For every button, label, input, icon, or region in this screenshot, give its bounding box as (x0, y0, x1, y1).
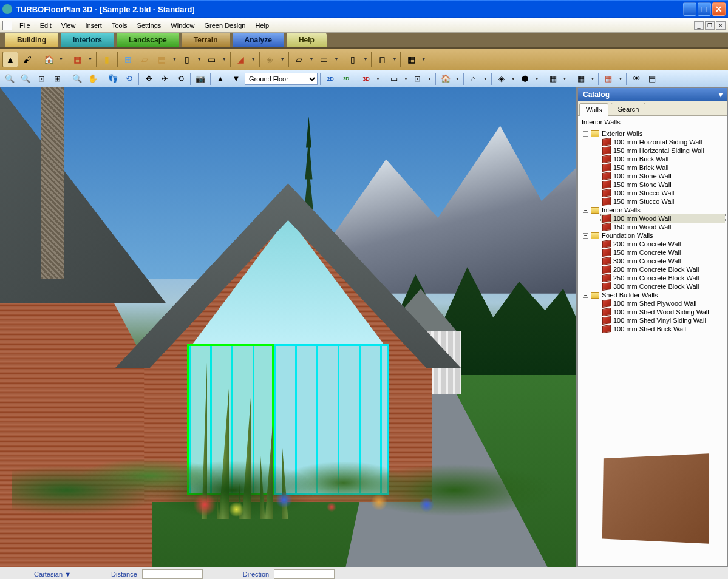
menu-settings[interactable]: Settings (132, 21, 166, 30)
dropdown-arrow[interactable]: ▼ (391, 57, 398, 61)
floor-up[interactable]: ▲ (213, 72, 228, 86)
ribbon-tab-landscape[interactable]: Landscape (117, 33, 179, 47)
tree-item[interactable]: 150 mm Horizontal Siding Wall (601, 146, 725, 155)
grid-toggle[interactable]: ▦ (574, 72, 588, 86)
menu-window[interactable]: Window (166, 21, 199, 30)
menu-help[interactable]: Help (250, 21, 274, 30)
dropdown-arrow[interactable]: ▼ (403, 76, 409, 81)
mdi-restore[interactable]: ❐ (705, 21, 715, 30)
tree-item[interactable]: 300 mm Concrete Wall (601, 257, 725, 265)
mdi-minimize[interactable]: _ (694, 21, 704, 30)
ceiling-tool[interactable]: ▭ (204, 52, 220, 67)
zoom-in[interactable]: 🔍 (2, 72, 17, 86)
render[interactable]: 🏠 (438, 72, 453, 86)
cross-section[interactable]: ⊡ (410, 72, 425, 86)
ribbon-tab-help[interactable]: Help (287, 33, 327, 47)
tree-item[interactable]: 100 mm Hoizontal Siding Wall (601, 138, 725, 146)
door-tool[interactable]: ▮ (99, 52, 115, 67)
fly[interactable]: ✈ (157, 72, 172, 86)
dropdown-arrow[interactable]: ▼ (534, 76, 540, 81)
close-button[interactable]: ✕ (712, 2, 726, 16)
select-tool[interactable]: ▲ (2, 52, 18, 67)
menu-file[interactable]: File (15, 21, 35, 30)
menu-green-design[interactable]: Green Design (200, 21, 251, 30)
dropdown-arrow[interactable]: ▼ (590, 76, 596, 81)
tree-item[interactable]: 100 mm Shed Brick Wall (601, 325, 725, 333)
floor-down[interactable]: ▼ (229, 72, 243, 86)
tree-group-exterior-walls[interactable]: −Exterior Walls (583, 129, 725, 138)
dropdown-arrow[interactable]: ▼ (426, 76, 433, 81)
material-tool[interactable]: ▦ (403, 52, 419, 67)
dropdown-arrow[interactable]: ▼ (454, 76, 461, 81)
properties[interactable]: ▤ (645, 72, 659, 86)
ribbon-tab-interiors[interactable]: Interiors (61, 33, 114, 47)
mdi-close[interactable]: × (716, 21, 726, 30)
menu-view[interactable]: View (56, 21, 81, 30)
house-wizard[interactable]: 🏠 (41, 52, 56, 67)
look-around[interactable]: ✥ (141, 72, 156, 86)
3d-viewport[interactable] (0, 87, 577, 567)
walk[interactable]: 👣 (106, 72, 120, 86)
mdi-icon[interactable] (2, 21, 12, 30)
tree-item[interactable]: 100 mm Brick Wall (601, 155, 725, 163)
tree-item[interactable]: 150 mm Stucco Wall (601, 197, 725, 206)
distance-input[interactable] (142, 569, 203, 579)
tree-group-interior-walls[interactable]: −Interior Walls (583, 206, 725, 214)
column-tool[interactable]: ▯ (179, 52, 195, 67)
dropdown-arrow[interactable]: ▼ (196, 57, 203, 61)
ribbon-tab-terrain[interactable]: Terrain (182, 33, 230, 47)
wall-tool[interactable]: ▦ (70, 52, 86, 67)
orbit[interactable]: ⟲ (121, 72, 136, 86)
dropdown-arrow[interactable]: ▼ (58, 57, 64, 61)
textured[interactable]: ▦ (546, 72, 560, 86)
shaded[interactable]: ⬢ (518, 72, 532, 86)
zoom-realtime[interactable]: 🔍 (70, 72, 84, 86)
stairs-tool[interactable]: ▤ (154, 52, 170, 67)
expander-icon[interactable]: − (583, 208, 588, 213)
hidden-line[interactable]: ◈ (494, 72, 509, 86)
expander-icon[interactable]: − (583, 131, 588, 137)
tree-item[interactable]: 100 mm Shed Plywood Wall (601, 299, 725, 308)
roof-tool[interactable]: ◢ (233, 52, 249, 67)
window-tool[interactable]: ⊞ (120, 52, 136, 67)
coord-mode[interactable]: Cartesian ▼ (34, 571, 71, 578)
layers[interactable]: ▦ (601, 72, 616, 86)
camera[interactable]: 📷 (193, 72, 208, 86)
dropdown-arrow[interactable]: ▼ (279, 57, 286, 61)
expander-icon[interactable]: − (583, 293, 588, 298)
maximize-button[interactable]: □ (698, 2, 711, 16)
dropdown-arrow[interactable]: ▼ (250, 57, 257, 61)
dropdown-arrow[interactable]: ▼ (362, 57, 369, 61)
tree-item[interactable]: 150 mm Brick Wall (601, 163, 725, 172)
view-3d[interactable]: 3D (359, 72, 373, 86)
ribbon-tab-building[interactable]: Building (5, 33, 58, 47)
tree-item[interactable]: 100 mm Shed Wood Siding Wall (601, 308, 725, 316)
wireframe[interactable]: ⌂ (466, 72, 481, 86)
dropdown-arrow[interactable]: ▼ (87, 57, 94, 61)
tree-item[interactable]: 100 mm Shed Vinyl Siding Wall (601, 316, 725, 325)
direction-input[interactable] (274, 569, 335, 579)
show-hide[interactable]: 👁 (629, 72, 644, 86)
tree-item[interactable]: 100 mm Wood Wall (601, 214, 725, 223)
catalog-tree[interactable]: −Exterior Walls100 mm Hoizontal Siding W… (578, 128, 727, 430)
view-2d[interactable]: 2D (323, 72, 338, 86)
tree-item[interactable]: 100 mm Stone Wall (601, 172, 725, 180)
dropdown-arrow[interactable]: ▼ (221, 57, 228, 61)
tree-item[interactable]: 150 mm Stone Wall (601, 180, 725, 189)
menu-tools[interactable]: Tools (107, 21, 132, 30)
dropdown-arrow[interactable]: ▼ (482, 76, 489, 81)
zoom-fit[interactable]: ⊞ (50, 72, 64, 86)
dropdown-arrow[interactable]: ▼ (333, 57, 340, 61)
zoom-window[interactable]: ⊡ (34, 72, 49, 86)
tree-item[interactable]: 250 mm Concrete Block Wall (601, 274, 725, 282)
slab-tool[interactable]: ▭ (316, 52, 332, 67)
tree-item[interactable]: 150 mm Concrete Wall (601, 248, 725, 257)
floor-selector[interactable]: Ground Floor (245, 73, 318, 85)
pan[interactable]: ✋ (86, 72, 100, 86)
railing-tool[interactable]: ⊓ (374, 52, 390, 67)
dropdown-arrow[interactable]: ▼ (420, 57, 427, 61)
dropdown-arrow[interactable]: ▼ (617, 76, 624, 81)
dropdown-arrow[interactable]: ▼ (308, 57, 315, 61)
tree-item[interactable]: 300 mm Concrete Block Wall (601, 282, 725, 291)
tree-item[interactable]: 200 mm Concrete Block Wall (601, 265, 725, 274)
